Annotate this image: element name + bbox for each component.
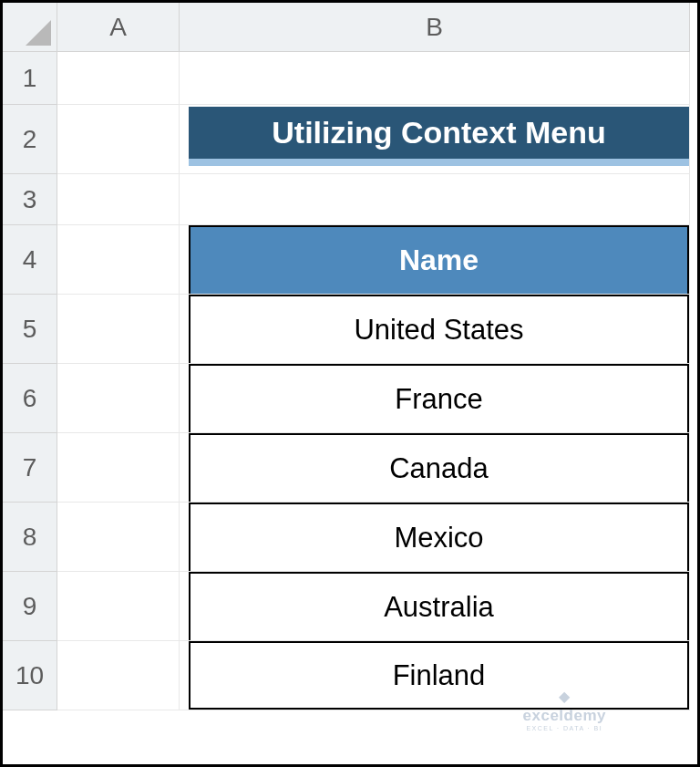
table-header: Name — [189, 225, 689, 294]
row-header-5[interactable]: 5 — [3, 295, 57, 364]
cell-B5[interactable]: United States — [180, 295, 690, 364]
cell-A2[interactable] — [57, 105, 180, 174]
watermark-name: exceldemy — [523, 707, 606, 725]
row-header-8[interactable]: 8 — [3, 503, 57, 572]
cell-B10[interactable]: Finland — [180, 641, 690, 710]
watermark-sub: EXCEL · DATA · BI — [523, 725, 606, 731]
cell-B7[interactable]: Canada — [180, 433, 690, 503]
column-header-A[interactable]: A — [57, 3, 180, 52]
cell-B2[interactable]: Utilizing Context Menu — [180, 105, 690, 174]
cell-B3[interactable] — [180, 174, 690, 225]
row-header-7[interactable]: 7 — [3, 433, 57, 503]
cell-A1[interactable] — [57, 52, 180, 105]
cell-A9[interactable] — [57, 572, 180, 641]
spreadsheet-grid: A B 1 2 Utilizing Context Menu 3 4 Name … — [3, 3, 697, 710]
table-row: United States — [189, 295, 689, 363]
cell-B6[interactable]: France — [180, 364, 690, 433]
row-header-3[interactable]: 3 — [3, 174, 57, 225]
cell-A10[interactable] — [57, 641, 180, 710]
select-all-corner[interactable] — [3, 3, 57, 52]
cell-B4[interactable]: Name — [180, 225, 690, 295]
table-row: France — [189, 364, 689, 432]
table-row: Mexico — [189, 503, 689, 571]
cell-A3[interactable] — [57, 174, 180, 225]
row-header-2[interactable]: 2 — [3, 105, 57, 174]
title-banner: Utilizing Context Menu — [189, 107, 689, 166]
cell-B8[interactable]: Mexico — [180, 503, 690, 572]
column-header-B[interactable]: B — [180, 3, 690, 52]
table-row: Canada — [189, 433, 689, 502]
cell-A5[interactable] — [57, 295, 180, 364]
cell-B9[interactable]: Australia — [180, 572, 690, 641]
watermark: ◆ exceldemy EXCEL · DATA · BI — [523, 688, 606, 731]
table-row: Australia — [189, 572, 689, 640]
cell-A8[interactable] — [57, 503, 180, 572]
row-header-4[interactable]: 4 — [3, 225, 57, 295]
row-header-1[interactable]: 1 — [3, 52, 57, 105]
row-header-10[interactable]: 10 — [3, 641, 57, 710]
cell-A7[interactable] — [57, 433, 180, 503]
cell-A6[interactable] — [57, 364, 180, 433]
cell-A4[interactable] — [57, 225, 180, 295]
row-header-9[interactable]: 9 — [3, 572, 57, 641]
table-row: Finland — [189, 641, 689, 710]
row-header-6[interactable]: 6 — [3, 364, 57, 433]
spreadsheet-frame: A B 1 2 Utilizing Context Menu 3 4 Name … — [0, 0, 700, 767]
cell-B1[interactable] — [180, 52, 690, 105]
watermark-icon: ◆ — [523, 688, 606, 705]
